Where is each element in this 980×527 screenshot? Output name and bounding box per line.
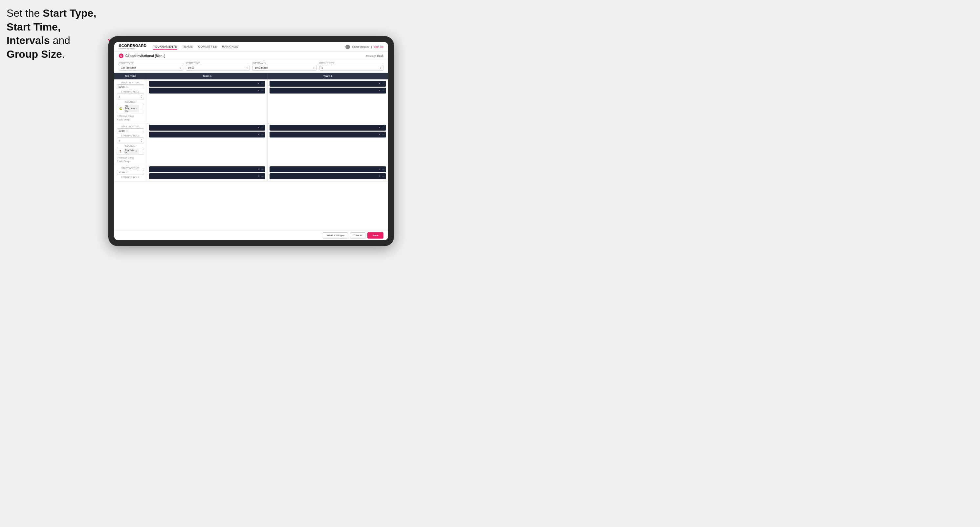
player-remove-icon[interactable]: ✕ [379, 168, 380, 171]
player-row-2-t1-1: ✕ ⋯ [149, 125, 265, 130]
starting-time-input-3[interactable]: 10:20 ⏱ [117, 170, 144, 175]
player-more-icon[interactable]: ⋯ [261, 83, 264, 85]
intervals-select-wrap[interactable]: 10 Minutes ▼ [253, 65, 317, 71]
tab-rankings[interactable]: RANKINGS [222, 44, 238, 49]
course-row-2: 🏌 East Lake GC ✕ ... [117, 148, 144, 155]
player-remove-icon[interactable]: ✕ [258, 89, 260, 92]
player-remove-icon[interactable]: ✕ [258, 175, 260, 178]
starting-time-input-2[interactable]: 10:10 ⏱ [117, 128, 144, 133]
starting-time-value-2: 10:10 [119, 129, 125, 132]
instruction-text: Set the Start Type, Start Time, Interval… [6, 6, 108, 61]
starting-time-input-1[interactable]: 10:00 ⏱ [117, 84, 144, 89]
instruction-line1: Set the Start Type, [6, 7, 96, 19]
player-remove-icon[interactable]: ✕ [258, 126, 260, 129]
player-remove-icon[interactable]: ✕ [379, 83, 380, 85]
start-time-select[interactable]: 10:00 [186, 65, 250, 71]
starting-time-value-3: 10:20 [119, 171, 125, 174]
hole-stepper-2[interactable]: ▲ ▼ [141, 138, 143, 143]
player-more-icon[interactable]: ⋯ [261, 89, 264, 92]
team2-col-3: ✕ ⋯ ✕ ⋯ [267, 165, 388, 181]
starting-time-label-1: STARTING TIME: [117, 81, 144, 84]
player-more-icon[interactable]: ⋯ [261, 175, 264, 178]
remove-group-btn-1[interactable]: ○ Remove Group [117, 114, 144, 117]
starting-hole-label-2: STARTING HOLE: [117, 135, 144, 137]
player-remove-icon[interactable]: ✕ [258, 133, 260, 136]
intervals-group: Intervals 10 Minutes ▼ [253, 62, 317, 71]
start-type-select-wrap[interactable]: 1st Tee Start ▼ [119, 65, 183, 71]
tee-block-3: STARTING TIME: 10:20 ⏱ STARTING HOLE: ✕ … [114, 165, 388, 181]
tab-committee[interactable]: COMMITTEE [198, 44, 217, 49]
nav-bar: SCOREBOARD Powered by clippd TOURNAMENTS… [114, 42, 388, 52]
course-icon-1: ⛳ [119, 107, 122, 110]
player-row-2-t2-1: ✕ ⋯ [270, 125, 386, 130]
player-row-3-t1-2: ✕ ⋯ [149, 173, 265, 179]
add-group-btn-1[interactable]: + Add Group [117, 118, 144, 121]
intervals-label: Intervals [253, 62, 317, 64]
tab-teams[interactable]: TEAMS [182, 44, 193, 49]
clock-icon-3: ⏱ [126, 171, 128, 174]
starting-hole-input-2[interactable]: 1 ▲ ▼ [117, 138, 144, 143]
player-more-icon[interactable]: ⋯ [382, 126, 385, 129]
start-time-select-wrap[interactable]: 10:00 ▼ [186, 65, 250, 71]
player-remove-icon[interactable]: ✕ [379, 175, 380, 178]
course-icon-2: 🏌 [119, 150, 122, 153]
player-row-1-t1-2: ✕ ⋯ [149, 87, 265, 94]
sign-out-link[interactable]: Sign out [374, 45, 383, 48]
start-type-group: Start Type 1st Tee Start ▼ [119, 62, 183, 71]
clock-icon-2: ⏱ [126, 129, 128, 132]
team1-col-3: ✕ ⋯ ✕ ⋯ [147, 165, 267, 181]
instruction-period: . [62, 48, 65, 60]
back-button[interactable]: ‹ Back [375, 54, 383, 57]
start-type-label: Start Type [119, 62, 183, 64]
player-more-icon[interactable]: ⋯ [382, 89, 385, 92]
save-button[interactable]: Save [368, 232, 383, 238]
player-more-icon[interactable]: ⋯ [382, 175, 385, 178]
user-avatar [345, 44, 350, 49]
team2-col-1: ✕ ⋯ ✕ ⋯ [267, 79, 388, 123]
player-more-icon[interactable]: ⋯ [382, 133, 385, 136]
remove-course-2[interactable]: ✕ [135, 150, 138, 152]
starting-hole-label-1: STARTING HOLE: [117, 90, 144, 93]
sub-header: C Clippd Invitational (Mar...) Hosting ‹… [114, 52, 388, 60]
remove-group-btn-2[interactable]: ○ Remove Group [117, 156, 144, 159]
remove-course-1[interactable]: ✕ [135, 107, 138, 110]
breadcrumb: Hosting [366, 54, 375, 57]
instruction-bold1: Start Type, [43, 7, 96, 19]
player-more-icon[interactable]: ⋯ [261, 133, 264, 136]
player-remove-icon[interactable]: ✕ [258, 83, 260, 85]
course-label-1: COURSE: [117, 101, 144, 103]
tee-block-1: STARTING TIME: 10:00 ⏱ STARTING HOLE: 1 … [114, 79, 388, 123]
player-more-icon[interactable]: ⋯ [261, 168, 264, 171]
course-dots-2[interactable]: ... [140, 150, 142, 153]
reset-changes-button[interactable]: Reset Changes [323, 232, 348, 238]
course-dots-1[interactable]: ... [140, 107, 142, 110]
add-group-btn-2[interactable]: + Add Group [117, 159, 144, 163]
player-remove-icon[interactable]: ✕ [379, 89, 380, 92]
tablet-frame: SCOREBOARD Powered by clippd TOURNAMENTS… [108, 36, 394, 246]
course-tag-1: (A) Peachtree GC ✕ [124, 105, 139, 112]
starting-hole-label-3: STARTING HOLE: [117, 176, 144, 178]
player-remove-icon[interactable]: ✕ [379, 133, 380, 136]
group-size-select-wrap[interactable]: 3 ▼ [320, 65, 384, 71]
player-remove-icon[interactable]: ✕ [258, 168, 260, 171]
team1-col-1: ✕ ⋯ ✕ ⋯ [147, 79, 267, 123]
player-more-icon[interactable]: ⋯ [261, 126, 264, 129]
cancel-button[interactable]: Cancel [350, 232, 365, 238]
hole-stepper-1[interactable]: ▲ ▼ [141, 95, 143, 98]
group-size-select[interactable]: 3 [320, 65, 384, 71]
start-type-select[interactable]: 1st Tee Start [119, 65, 183, 71]
tab-tournaments[interactable]: TOURNAMENTS [153, 44, 177, 49]
player-row-3-t1-1: ✕ ⋯ [149, 167, 265, 172]
hole-value-2: 1 [119, 139, 120, 142]
player-more-icon[interactable]: ⋯ [382, 168, 385, 171]
player-more-icon[interactable]: ⋯ [382, 83, 385, 85]
tee-left-1: STARTING TIME: 10:00 ⏱ STARTING HOLE: 1 … [114, 79, 147, 123]
player-remove-icon[interactable]: ✕ [379, 126, 380, 129]
starting-hole-input-1[interactable]: 1 ▲ ▼ [117, 94, 144, 99]
player-row-3-t2-1: ✕ ⋯ [270, 167, 386, 172]
logo-sub: Powered by clippd [119, 48, 146, 49]
player-row-3-t2-2: ✕ ⋯ [270, 173, 386, 179]
instruction-bold3: Intervals [6, 35, 50, 46]
team1-col-2: ✕ ⋯ ✕ ⋯ [147, 123, 267, 165]
intervals-select[interactable]: 10 Minutes [253, 65, 317, 71]
